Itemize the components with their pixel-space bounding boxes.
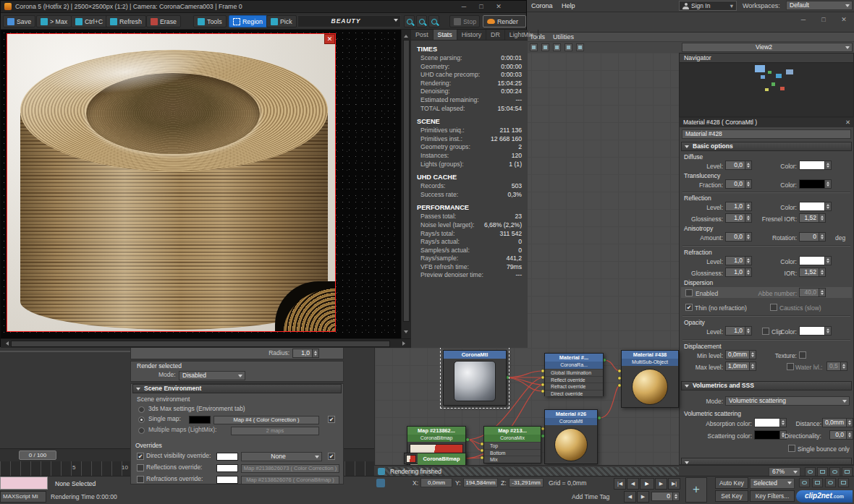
z-coordinate-field[interactable]: -31,291mm [509, 478, 544, 487]
scroll-up-icon[interactable] [404, 33, 408, 38]
scattering-color-swatch[interactable] [754, 430, 787, 440]
distance-spinner[interactable]: 0,0mm [822, 418, 853, 427]
slate-menu-utilities[interactable]: Utilities [553, 33, 574, 40]
refractions-override-button[interactable]: Map #2138626076 ( CoronaBitmap ) [241, 476, 339, 484]
reflection-color-swatch[interactable] [799, 202, 832, 211]
auto-key-button[interactable]: Auto Key [715, 477, 748, 489]
node-rayswitch-material[interactable]: Material #... CoronaRa... Global Illumin… [544, 353, 604, 396]
pan-tool-icon[interactable] [541, 43, 549, 51]
menu-help[interactable]: Help [562, 2, 575, 9]
node-slot[interactable]: Global Illumination [545, 369, 603, 376]
abbe-number-spinner[interactable]: 40,0 [799, 288, 826, 297]
node-slot[interactable]: Top [484, 442, 541, 449]
vfb-close-button[interactable]: ✕ [490, 3, 507, 10]
absorption-color-swatch[interactable] [754, 418, 787, 427]
node-multisub[interactable]: Material #438 MultiSub-Object [621, 350, 679, 408]
single-map-enable-checkbox[interactable] [328, 416, 335, 423]
pan-icon[interactable] [812, 478, 823, 487]
stop-button[interactable]: Stop [449, 15, 480, 27]
go-to-end-button[interactable]: ▶| [668, 478, 680, 490]
node-slot[interactable]: Mix [484, 456, 541, 463]
node-slot[interactable]: Bottom [484, 449, 541, 456]
region-button[interactable]: Region [229, 15, 267, 27]
vfb-minimize-button[interactable]: ─ [455, 3, 473, 10]
radius-spinner[interactable]: 1,0 [292, 349, 319, 358]
tab-lightmix[interactable]: LightMix [505, 30, 538, 40]
window-minimize-button[interactable]: ─ [795, 16, 812, 23]
time-slider-handle[interactable]: 0 / 100 [19, 450, 56, 460]
zoom-reset-icon[interactable] [416, 15, 427, 27]
set-key-plus-button[interactable]: + [685, 477, 707, 503]
reflections-swatch[interactable] [216, 464, 238, 472]
sign-in-button[interactable]: Sign In ▾ [679, 1, 737, 11]
selection-set-dropdown[interactable]: Selected [750, 478, 795, 489]
send-to-max-button[interactable]: > Max [36, 15, 72, 27]
view-tab-dropdown[interactable]: View2 [682, 43, 853, 52]
water-level-spinner[interactable]: 0,5 [826, 362, 847, 371]
water-level-checkbox[interactable] [787, 363, 794, 370]
direct-visibility-enable-checkbox[interactable] [328, 453, 335, 460]
vfb-render-area[interactable]: ✕ [1, 30, 401, 338]
tab-dr[interactable]: DR [486, 30, 505, 40]
erase-button[interactable]: Erase [146, 15, 181, 27]
volumetrics-mode-dropdown[interactable]: Volumetric scattering [725, 396, 850, 406]
reflections-override-checkbox[interactable] [137, 464, 144, 471]
render-selected-mode-dropdown[interactable]: Disabled [179, 371, 245, 380]
orbit-icon[interactable] [825, 478, 836, 487]
next-frame-button[interactable]: ▶ [655, 478, 667, 490]
set-key-button[interactable]: Set Key [715, 490, 748, 502]
layout-tool-icon[interactable] [565, 43, 572, 51]
clip-checkbox[interactable] [762, 328, 769, 335]
diffuse-color-swatch[interactable] [799, 161, 832, 170]
zoom-in-icon[interactable] [428, 15, 439, 27]
thin-checkbox[interactable] [685, 304, 693, 311]
node-coronamtl[interactable]: CoronaMtl [443, 350, 507, 406]
translucency-color-swatch[interactable] [799, 179, 832, 189]
navigator-header[interactable]: Navigator [680, 54, 853, 63]
node-coronamix[interactable]: Map #213... CoronaMix Top Bottom Mix [483, 426, 541, 464]
current-frame-spinner[interactable]: 0 [651, 492, 680, 501]
tab-history[interactable]: History [457, 30, 486, 40]
single-bounce-checkbox[interactable] [788, 445, 795, 452]
play-button[interactable]: ▶ [640, 478, 654, 490]
caustics-checkbox[interactable] [770, 304, 777, 311]
close-icon[interactable]: ✕ [845, 118, 850, 127]
zoom-tool-icon[interactable] [553, 43, 561, 51]
save-button[interactable]: Save [3, 15, 35, 27]
previous-frame-button[interactable]: ◀ [627, 478, 639, 490]
zoom-icon[interactable] [799, 478, 810, 487]
node-material26[interactable]: Material #26 CoronaMtl [544, 409, 598, 464]
scroll-thumb[interactable] [403, 40, 410, 322]
rollout-partial[interactable] [681, 458, 852, 465]
key-next-button[interactable]: ▶ [637, 491, 649, 503]
tab-stats[interactable]: Stats [434, 30, 457, 40]
rollout-volumetrics[interactable]: Volumetrics and SSS [681, 381, 852, 390]
render-button[interactable]: Render [483, 15, 526, 27]
opacity-level-spinner[interactable]: 1,0 [725, 326, 752, 336]
reflections-override-button[interactable]: Map #2138626073 ( Color Correction ) [241, 464, 339, 473]
scroll-thumb[interactable] [11, 341, 390, 347]
window-maximize-button[interactable]: □ [815, 16, 832, 23]
vertical-scrollbar[interactable] [401, 30, 410, 338]
single-map-radio[interactable] [138, 417, 145, 423]
single-map-button[interactable]: Map #4 ( Color Correction ) [214, 416, 319, 424]
refraction-glossiness-spinner[interactable]: 1,0 [725, 268, 752, 277]
refractions-override-checkbox[interactable] [137, 476, 144, 483]
direct-visibility-checkbox[interactable] [137, 453, 144, 460]
reflection-level-spinner[interactable]: 1,0 [725, 202, 752, 211]
key-previous-button[interactable]: ◀ [624, 491, 636, 503]
copy-button[interactable]: Ctrl+C [71, 15, 107, 27]
refresh-button[interactable]: Refresh [106, 15, 146, 27]
vfb-maximize-button[interactable]: □ [473, 3, 490, 10]
pick-button[interactable]: Pick [266, 15, 297, 27]
rollout-basic-options[interactable]: Basic options [681, 142, 852, 151]
material-preview-icon[interactable] [576, 43, 584, 51]
reflection-glossiness-spinner[interactable]: 1,0 [725, 213, 752, 223]
horizontal-scrollbar[interactable] [1, 338, 410, 348]
material-name-field[interactable]: Material #428 [682, 129, 851, 139]
render-region-border[interactable]: ✕ [7, 33, 336, 332]
rollout-scene-environment[interactable]: Scene Environment [132, 384, 342, 393]
notification-icon[interactable] [376, 479, 385, 487]
node-slot[interactable]: Refract override [545, 383, 603, 390]
window-close-button[interactable]: ✕ [835, 16, 853, 23]
